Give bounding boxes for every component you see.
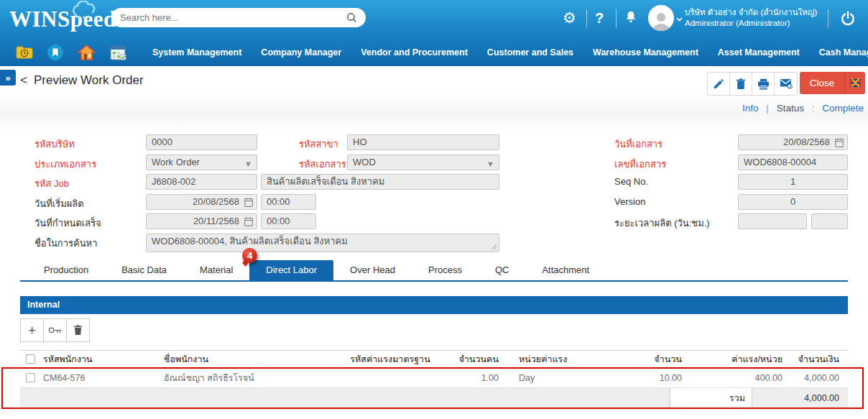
user-info[interactable]: บริษัท ตัวอย่าง จำกัด (สำนักงานใหญ่) Adm…: [685, 7, 817, 29]
tab-basic-data[interactable]: Basic Data: [105, 260, 183, 280]
col-header-emp-name: ชื่อพนักงาน: [164, 352, 329, 367]
status-value: Complete: [822, 103, 864, 114]
search-name-textarea[interactable]: WOD6808-00004, สินค้าผลิตเสร็จเดือน สิงห…: [146, 234, 499, 252]
delete-row-button[interactable]: [66, 318, 90, 342]
doc-no-label: เลขที่เอกสาร: [614, 155, 738, 172]
menu-company-manager[interactable]: Company Manager: [261, 47, 341, 57]
col-header-std-labor-code: รหัสค่าแรงมาตรฐาน: [329, 352, 451, 367]
form-row-seq: Seq No. 1: [614, 174, 848, 190]
calendar-picker-icon[interactable]: [244, 198, 253, 207]
finish-date-field[interactable]: 20/11/2568: [146, 213, 257, 229]
home-icon[interactable]: [78, 45, 96, 60]
resize-grip-icon[interactable]: [491, 244, 497, 250]
notifications-bell-icon[interactable]: [624, 10, 638, 25]
table-row[interactable]: CM64-576 อัณณ์ชญา สถิรธีรโรจน์ 1.00 Day …: [20, 368, 848, 388]
edit-button[interactable]: [708, 73, 730, 95]
start-date-value: 20/08/2568: [193, 196, 239, 207]
mail-attachment-icon: [780, 78, 793, 89]
menu-asset-management[interactable]: Asset Management: [718, 47, 800, 57]
seq-no-label: Seq No.: [614, 174, 738, 187]
bookmark-icon[interactable]: [47, 45, 63, 60]
tab-production[interactable]: Production: [27, 260, 105, 280]
start-date-field[interactable]: 20/08/2568: [146, 194, 257, 210]
form-row-start-date: วันที่เริ่มผลิต 20/08/2568 00:00: [34, 194, 509, 211]
company-code-field[interactable]: 0000: [146, 134, 257, 150]
cell-amount: 4,000.00: [785, 373, 848, 383]
form-row-doctype: ประเภทเอกสาร Work Order▼ รหัสเอกสาร WOD▼: [34, 155, 509, 172]
tab-direct-labor[interactable]: Direct Labor: [249, 260, 333, 280]
doc-no-field[interactable]: WOD6808-00004: [738, 155, 848, 170]
add-row-button[interactable]: +: [20, 318, 44, 342]
recent-folder-icon[interactable]: [16, 45, 33, 60]
header-divider: [616, 9, 617, 28]
calendar-icon[interactable]: [110, 45, 126, 60]
select-all-checkbox[interactable]: [26, 354, 35, 364]
user-company: บริษัท ตัวอย่าง จำกัด (สำนักงานใหญ่): [685, 7, 817, 18]
user-menu-chevron-down-icon[interactable]: [676, 17, 683, 22]
grid-toolbar: +: [20, 318, 90, 342]
production-days-field[interactable]: [738, 213, 807, 229]
form-row-version: Version 0: [614, 194, 848, 210]
back-chevron-icon[interactable]: <: [20, 73, 27, 88]
printer-icon: [757, 78, 770, 90]
doc-type-value: Work Order: [152, 157, 200, 167]
job-description-field[interactable]: สินค้าผลิตเสร็จเดือน สิงหาคม: [261, 174, 499, 190]
tab-qc[interactable]: QC: [479, 260, 526, 280]
menu-vendor-procurement[interactable]: Vendor and Procurement: [361, 47, 468, 57]
version-field[interactable]: 0: [738, 194, 848, 210]
col-header-people: จำนวนคน: [451, 352, 502, 367]
seq-no-field[interactable]: 1: [738, 174, 848, 190]
print-button[interactable]: [752, 73, 775, 95]
chevron-down-icon: ▼: [244, 157, 252, 170]
status-pipe: |: [766, 103, 769, 114]
branch-code-label: รหัสสาขา: [299, 134, 347, 152]
app-logo: WINSpeed: [9, 6, 116, 32]
menu-warehouse-management[interactable]: Warehouse Management: [593, 47, 698, 57]
close-options-button[interactable]: [845, 78, 865, 88]
production-time-label: ระยะเวลาผลิต (วัน:ชม.): [614, 213, 738, 231]
search-name-value: WOD6808-00004, สินค้าผลิตเสร็จเดือน สิงห…: [152, 236, 348, 247]
key-lookup-button[interactable]: [43, 318, 67, 342]
doc-date-value: 20/08/2568: [783, 137, 830, 147]
search-input[interactable]: [120, 12, 346, 23]
version-label: Version: [614, 194, 738, 207]
delete-button[interactable]: [730, 73, 752, 95]
row-checkbox[interactable]: [26, 373, 35, 382]
finish-time-field[interactable]: 00:00: [261, 213, 316, 229]
doc-code-select[interactable]: WOD▼: [347, 155, 499, 170]
menu-customer-sales[interactable]: Customer and Sales: [487, 47, 573, 57]
menu-cash-management[interactable]: Cash Management: [819, 47, 868, 57]
tab-over-head[interactable]: Over Head: [333, 260, 412, 280]
logout-power-button[interactable]: [837, 8, 859, 29]
col-header-rate: ค่าแรง/หน่วย: [685, 352, 785, 367]
help-button[interactable]: ?: [595, 10, 604, 26]
cloud-icon: [69, 1, 99, 19]
menu-system-management[interactable]: System Management: [152, 47, 241, 57]
doc-date-field[interactable]: 20/08/2568: [738, 134, 848, 150]
total-amount-cell: 4,000.00: [752, 393, 848, 403]
cell-emp-code: CM64-576: [42, 373, 164, 383]
start-time-field[interactable]: 00:00: [261, 194, 316, 210]
branch-code-field[interactable]: HO: [347, 134, 499, 150]
calendar-picker-icon[interactable]: [835, 138, 844, 147]
calendar-picker-icon[interactable]: [244, 217, 253, 226]
close-button[interactable]: Close: [800, 72, 865, 94]
job-code-field[interactable]: J6808-002: [146, 174, 257, 190]
export-list-icon: [849, 78, 862, 88]
info-link[interactable]: Info: [742, 103, 759, 114]
tab-process[interactable]: Process: [412, 260, 479, 280]
user-avatar[interactable]: [648, 5, 674, 31]
sidebar-expand-button[interactable]: »: [0, 70, 16, 86]
tab-attachment[interactable]: Attachment: [525, 260, 606, 280]
email-button[interactable]: [775, 73, 797, 95]
doc-type-select[interactable]: Work Order▼: [146, 155, 257, 170]
document-action-toolbar: [707, 72, 798, 96]
doc-code-label: รหัสเอกสาร: [299, 155, 347, 172]
search-icon[interactable]: [346, 12, 357, 23]
settings-gear-icon[interactable]: ⚙: [563, 10, 576, 26]
start-date-label: วันที่เริ่มผลิต: [34, 194, 146, 211]
direct-labor-table: รหัสพนักงาน ชื่อพนักงาน รหัสค่าแรงมาตรฐา…: [20, 350, 848, 408]
cell-people: 1.00: [451, 373, 502, 383]
tab-material[interactable]: Material: [183, 260, 249, 280]
production-hours-field[interactable]: [811, 213, 848, 229]
